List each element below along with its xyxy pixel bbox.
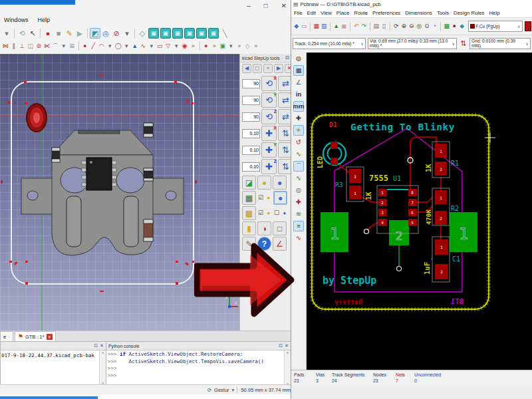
overflow-icon-3[interactable]: »: [235, 41, 244, 51]
nav-page-icon[interactable]: ▢: [253, 64, 262, 73]
circle-chevron-icon[interactable]: ▾: [122, 41, 131, 51]
tab-start-page[interactable]: e ▫: [0, 331, 13, 341]
soic-chip[interactable]: [82, 158, 116, 190]
cursor-shape-icon[interactable]: ✚: [293, 113, 304, 124]
console-scrollbar[interactable]: ∧ ∨: [284, 350, 291, 386]
polyline-chevron-icon[interactable]: ▾: [148, 41, 156, 51]
layer-selector[interactable]: F.Cu (PgUp) ∨: [468, 21, 523, 32]
menu-design-rules[interactable]: Design Rules: [454, 10, 484, 16]
viewer-3d-icon[interactable]: ▩: [443, 21, 451, 31]
via-tool-icon[interactable]: ⇅: [459, 38, 467, 49]
refresh-icon[interactable]: ⟳: [392, 21, 400, 31]
dropdown-chevron-icon[interactable]: ▾: [60, 41, 68, 51]
menu-preferences[interactable]: Preferences: [372, 10, 400, 16]
led-3d[interactable]: [27, 104, 47, 132]
front-view-icon[interactable]: ▣: [148, 28, 159, 39]
gesture-icon[interactable]: ⟳: [207, 387, 211, 393]
axonometric-view-icon[interactable]: ◇: [137, 28, 148, 39]
close-icon[interactable]: ✕: [281, 2, 287, 9]
left-view-icon[interactable]: ▣: [208, 28, 219, 39]
create-rectangle-icon[interactable]: ▭: [156, 41, 164, 51]
track-width-selector[interactable]: Track: 0.254 mm (10.00 mils) * ∨: [293, 38, 366, 49]
create-line-icon[interactable]: ╱: [89, 41, 98, 51]
report-view-body[interactable]: 017-9-18-22.44.37.kicad_pcb-bak ∧ ∨: [1, 350, 106, 385]
move-x-distance-input[interactable]: [242, 129, 260, 138]
menu-edit[interactable]: Edit: [307, 10, 316, 16]
create-conic-icon[interactable]: ▲: [131, 41, 140, 51]
menu-view[interactable]: View: [321, 10, 332, 16]
gold-chip-button[interactable]: ▩: [242, 206, 256, 220]
overflow-icon-4[interactable]: »: [252, 41, 261, 51]
grid-size-selector[interactable]: Grid: 0.0100 mm (0.39 mils) ∨: [469, 38, 531, 49]
menu-help[interactable]: Help: [489, 10, 499, 16]
create-point-icon[interactable]: ●: [81, 41, 90, 51]
footprint-browser-icon[interactable]: ▥: [321, 21, 329, 31]
dot-yellow-1[interactable]: ●: [265, 192, 272, 204]
move-y-button[interactable]: ✚Y: [261, 142, 277, 158]
run-macro-icon[interactable]: ▶: [74, 28, 85, 39]
zoom-in-icon[interactable]: ⊕: [400, 21, 408, 31]
checkbox-2[interactable]: ☑: [257, 207, 264, 219]
tab-close-icon[interactable]: ✕: [47, 334, 53, 340]
float-panel-icon[interactable]: ⊡: [94, 343, 98, 348]
tab-gtb[interactable]: ⚑ GTB : 1* ✕: [15, 331, 56, 341]
bottom-view-icon[interactable]: ▣: [196, 28, 207, 39]
plot-icon[interactable]: ▯: [380, 21, 388, 31]
overflow-icon[interactable]: »: [189, 41, 198, 51]
dot-blue[interactable]: ●: [281, 207, 288, 219]
zoom-fit-icon[interactable]: ◎: [416, 21, 424, 31]
scroll-up-icon[interactable]: ∧: [102, 350, 104, 354]
pin-icon[interactable]: ⊡: [285, 55, 289, 61]
overflow-chevron-icon[interactable]: ▾: [1, 28, 12, 39]
script-icon[interactable]: ◆: [458, 21, 466, 31]
nav-prev-icon[interactable]: ◀: [242, 64, 251, 73]
menu-file[interactable]: File: [294, 10, 303, 16]
menu-windows[interactable]: Windows: [4, 17, 29, 23]
minimize-icon[interactable]: –: [247, 2, 251, 9]
constraint-symmetric-icon[interactable]: ⋉: [43, 41, 52, 51]
create-polyline-icon[interactable]: ∿: [139, 41, 148, 51]
menu-dimensions[interactable]: Dimensions: [405, 10, 432, 16]
high-contrast-icon[interactable]: ≡: [293, 221, 304, 231]
checkbox-3[interactable]: ☐: [273, 207, 280, 219]
nav-next-icon[interactable]: ▶: [274, 64, 283, 73]
nav-dropdown-icon[interactable]: ▾: [263, 64, 273, 73]
muted-tool-icon[interactable]: ◼: [340, 21, 348, 31]
create-polygon-icon[interactable]: ▽: [164, 41, 173, 51]
ratsnest-hide-icon[interactable]: ↺: [293, 137, 304, 148]
page-settings-icon[interactable]: ▭: [301, 21, 309, 31]
sphere-cut-button[interactable]: ◑: [257, 221, 271, 235]
menu-help[interactable]: Help: [38, 17, 51, 23]
blob-selected-button[interactable]: ●: [273, 191, 287, 205]
gesture-dropdown-icon[interactable]: ▾: [232, 387, 235, 393]
constraint-coincident-icon[interactable]: ⋈: [1, 41, 10, 51]
right-view-icon[interactable]: ▣: [172, 28, 183, 39]
rotate-x-button[interactable]: ⟲X: [261, 76, 277, 91]
menu-route[interactable]: Route: [354, 10, 368, 16]
rotate-z-angle-input[interactable]: [242, 112, 260, 122]
tracks-sketch-icon[interactable]: ≋: [293, 209, 304, 219]
overflow-icon-2[interactable]: »: [210, 41, 219, 51]
zoom-selection-icon[interactable]: ⊙: [423, 21, 431, 31]
autodelete-track-icon[interactable]: ∿: [293, 149, 304, 160]
clip-plane-icon[interactable]: ⊘: [111, 28, 122, 39]
zoom-select-icon[interactable]: ◎: [100, 28, 111, 39]
print-icon[interactable]: ▤: [372, 21, 380, 31]
constraint-perpendicular-icon[interactable]: ⊥: [18, 41, 27, 51]
constraint-parallel-icon[interactable]: ∥: [10, 41, 19, 51]
dot-yellow-2[interactable]: ●: [265, 207, 272, 219]
ratsnest-show-icon[interactable]: ✳: [293, 125, 304, 136]
whats-this-icon[interactable]: ↖: [27, 28, 38, 39]
clipped-toolbar-icon[interactable]: [525, 21, 531, 31]
drc-marker-icon[interactable]: ◍: [293, 53, 304, 64]
refresh-icon[interactable]: ⟲: [17, 28, 27, 39]
move-z-button[interactable]: ✚Z: [261, 159, 277, 174]
constraint-block-icon[interactable]: ◫: [27, 41, 35, 51]
zones-show-icon[interactable]: ⌒: [293, 161, 304, 172]
rear-view-icon[interactable]: ▣: [184, 28, 195, 39]
zones-hide-icon[interactable]: ∿: [293, 173, 304, 184]
box-select-icon[interactable]: ◩: [90, 28, 100, 39]
create-circle-icon[interactable]: ◯: [114, 41, 123, 51]
stop-macro-icon[interactable]: ■: [53, 28, 64, 39]
polygon-chevron-icon[interactable]: ▾: [172, 41, 181, 51]
